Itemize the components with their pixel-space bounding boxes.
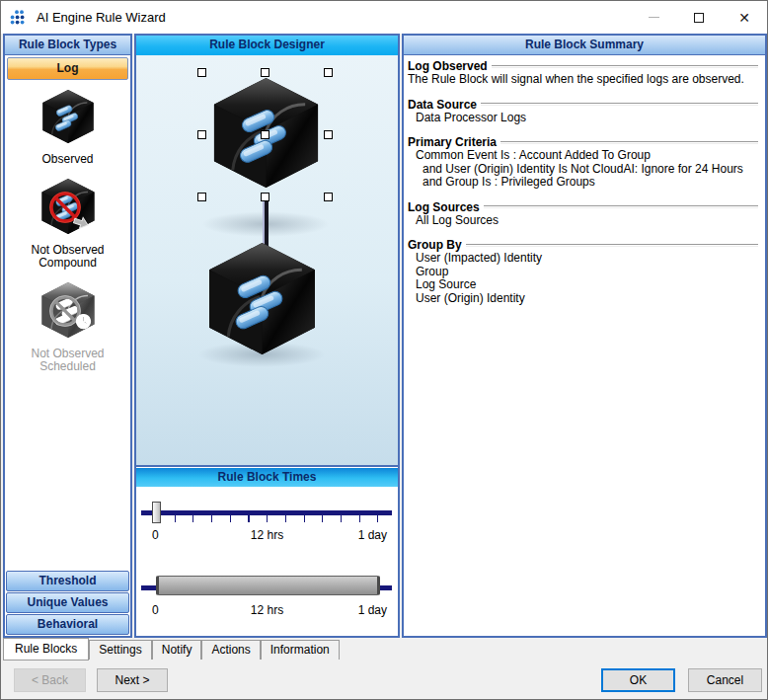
type-item-label: Not Observed Scheduled <box>17 348 119 373</box>
time-range-slider[interactable]: 0 12 hrs 1 day <box>136 574 398 633</box>
summary-body: Log Observed The Rule Block will signal … <box>404 55 765 636</box>
maximize-button[interactable] <box>676 1 722 34</box>
rule-block-designer-header: Rule Block Designer <box>136 36 398 55</box>
summary-line: The Rule Block will signal when the spec… <box>408 73 759 87</box>
rule-block-summary-panel: Rule Block Summary Log Observed The Rule… <box>402 34 767 638</box>
tab-settings[interactable]: Settings <box>89 640 151 660</box>
summary-section-heading: Log Sources <box>408 200 759 214</box>
category-button-behavioral[interactable]: Behavioral <box>6 614 129 635</box>
slider-handle[interactable] <box>152 502 161 523</box>
slider-range-bar[interactable] <box>156 576 380 595</box>
next-button[interactable]: Next > <box>97 668 168 692</box>
tab-actions[interactable]: Actions <box>201 640 260 660</box>
selection-handle-bottom-center[interactable] <box>261 193 269 201</box>
rule-block-summary-header: Rule Block Summary <box>404 36 765 55</box>
slider-label-max: 1 day <box>358 603 387 617</box>
summary-line: User (Impacted) Identity <box>408 252 759 266</box>
slider-labels: 0 12 hrs 1 day <box>136 603 398 617</box>
time-offset-slider[interactable]: 0 12 hrs 1 day <box>136 499 398 558</box>
tab-notify[interactable]: Notify <box>152 640 202 660</box>
selection-handle-bottom-left[interactable] <box>197 193 206 201</box>
app-logo-icon <box>10 9 30 27</box>
rule-block-designer-panel: Rule Block Designer <box>134 34 400 638</box>
minimize-button <box>631 1 676 34</box>
summary-section-heading: Log Observed <box>408 59 759 73</box>
slider-labels: 0 12 hrs 1 day <box>136 528 398 542</box>
heading-rule-line <box>466 244 758 247</box>
type-item-observed[interactable]: Observed <box>5 88 130 166</box>
slider-ticks <box>156 515 379 522</box>
slider-label-max: 1 day <box>358 528 387 542</box>
types-panel-spacer <box>5 373 130 571</box>
wizard-body: Rule Block Types Log Observed Not Observ… <box>1 34 768 638</box>
summary-line: Log Source <box>408 278 759 292</box>
footer-button-bar: < Back Next > OK Cancel <box>1 661 768 700</box>
summary-section-heading: Group By <box>408 238 759 252</box>
maximize-icon <box>694 13 704 23</box>
designer-canvas[interactable] <box>136 55 398 467</box>
category-button-threshold[interactable]: Threshold <box>6 571 129 591</box>
summary-line: and Group Is : Privileged Groups <box>408 176 759 190</box>
summary-line: Group <box>408 266 759 279</box>
close-icon: ✕ <box>738 11 750 25</box>
selection-handle-top-center[interactable] <box>261 68 269 77</box>
window-controls: ✕ <box>631 1 767 34</box>
heading-rule-line <box>484 205 758 208</box>
type-item-label: Observed <box>17 153 119 166</box>
tab-information[interactable]: Information <box>261 640 340 660</box>
summary-line: User (Origin) Identity <box>408 292 759 306</box>
type-item-not-observed-scheduled: Not Observed Scheduled <box>5 280 130 373</box>
selection-handle-top-left[interactable] <box>197 68 206 77</box>
selection-handle-middle-left[interactable] <box>197 130 206 139</box>
summary-line: Common Event Is : Account Added To Group <box>408 149 759 163</box>
rule-block-types-header: Rule Block Types <box>5 36 130 55</box>
selection-handle-top-right[interactable] <box>324 68 333 77</box>
selection-handle-middle-center[interactable] <box>261 130 269 139</box>
log-observed-cube-icon <box>39 88 97 145</box>
summary-line: All Log Sources <box>408 214 759 228</box>
back-button: < Back <box>14 668 86 692</box>
log-not-observed-compound-cube-icon <box>38 177 98 236</box>
category-button-log[interactable]: Log <box>7 57 128 80</box>
heading-rule-line <box>492 65 758 68</box>
minimize-icon <box>649 17 659 18</box>
title-bar: AI Engine Rule Wizard ✕ <box>1 1 767 34</box>
rule-block-times-body: 0 12 hrs 1 day 0 12 hrs 1 day <box>136 487 398 636</box>
type-item-not-observed-compound[interactable]: Not Observed Compound <box>5 177 130 270</box>
rule-block-2-cube[interactable] <box>202 239 322 358</box>
heading-rule-line <box>481 103 758 106</box>
rule-block-types-panel: Rule Block Types Log Observed Not Observ… <box>3 34 132 638</box>
cancel-button[interactable]: Cancel <box>688 668 762 692</box>
tab-rule-blocks[interactable]: Rule Blocks <box>3 638 89 661</box>
summary-line: Data Processor Logs <box>408 112 759 125</box>
type-item-label: Not Observed Compound <box>17 244 119 270</box>
summary-section-heading: Data Source <box>408 98 759 112</box>
summary-line: and User (Origin) Identity Is Not CloudA… <box>408 163 759 177</box>
ok-button[interactable]: OK <box>601 668 675 692</box>
window-title: AI Engine Rule Wizard <box>37 10 166 25</box>
rule-block-times-header: Rule Block Times <box>136 467 398 487</box>
summary-section-heading: Primary Criteria <box>408 135 759 149</box>
selection-handle-middle-right[interactable] <box>324 130 333 139</box>
close-button[interactable]: ✕ <box>722 1 767 34</box>
selection-handle-bottom-right[interactable] <box>324 193 333 201</box>
category-button-unique-values[interactable]: Unique Values <box>6 592 129 613</box>
ai-engine-rule-wizard-dialog: AI Engine Rule Wizard ✕ Rule Block Types… <box>0 0 768 700</box>
log-not-observed-scheduled-cube-icon <box>38 280 98 340</box>
wizard-tab-strip: Rule Blocks Settings Notify Actions Info… <box>1 638 768 661</box>
heading-rule-line <box>500 141 758 144</box>
